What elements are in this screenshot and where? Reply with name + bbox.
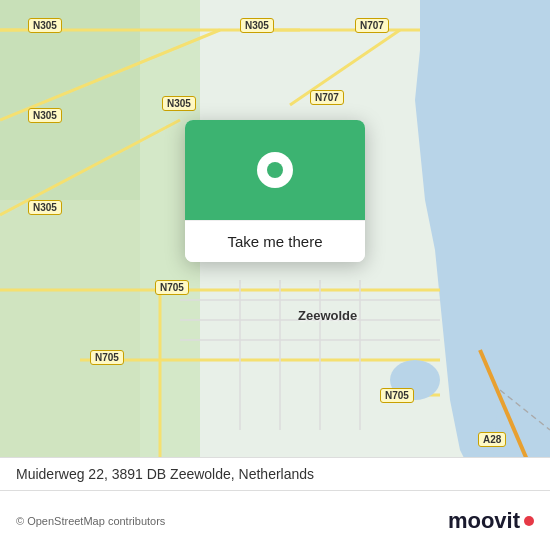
copyright-symbol: © [16, 515, 24, 527]
popup-card: Take me there [185, 120, 365, 262]
moovit-logo-text: moovit [448, 508, 520, 534]
take-me-there-button[interactable]: Take me there [185, 220, 365, 262]
address-text: Muiderweg 22, 3891 DB Zeewolde, Netherla… [16, 466, 314, 482]
address-bar: Muiderweg 22, 3891 DB Zeewolde, Netherla… [0, 457, 550, 490]
road-label-n705-2: N705 [155, 280, 189, 295]
road-label-n707-2: N707 [310, 90, 344, 105]
road-label-n707-1: N707 [355, 18, 389, 33]
svg-rect-3 [0, 200, 140, 490]
moovit-logo-dot [524, 516, 534, 526]
road-label-n305-4: N305 [162, 96, 196, 111]
town-label-zeewolde: Zeewolde [298, 308, 357, 323]
popup-pin-inner [267, 162, 283, 178]
road-label-n305-2: N305 [28, 108, 62, 123]
road-label-n705-4: N705 [380, 388, 414, 403]
bottom-bar: © OpenStreetMap contributors moovit [0, 490, 550, 550]
road-label-n305-1: N305 [240, 18, 274, 33]
road-label-n705-3: N705 [90, 350, 124, 365]
openstreetmap-attribution: OpenStreetMap contributors [27, 515, 165, 527]
map-container[interactable]: N305 N305 N305 N305 N707 N707 N305 N705 … [0, 0, 550, 490]
popup-pin [257, 152, 293, 188]
road-label-n305-3: N305 [28, 200, 62, 215]
copyright-text: © OpenStreetMap contributors [16, 515, 165, 527]
moovit-logo: moovit [448, 508, 534, 534]
popup-map-preview [185, 120, 365, 220]
road-label-a28: A28 [478, 432, 506, 447]
road-label-n705-1: N305 [28, 18, 62, 33]
